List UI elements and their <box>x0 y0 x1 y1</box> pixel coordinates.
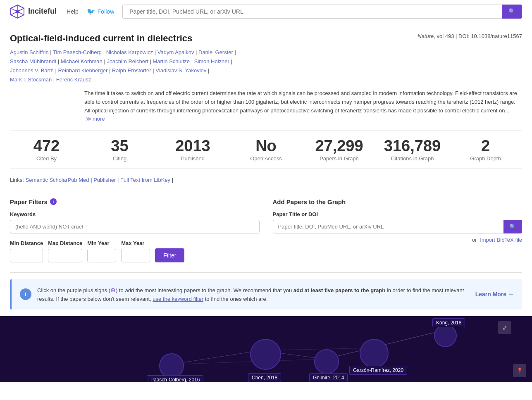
author-8[interactable]: Joachim Reichert <box>107 58 148 64</box>
graph-label-2: Chen, 2018 <box>248 373 281 382</box>
add-papers-search-icon: 🔍 <box>509 224 516 230</box>
follow-label: Follow <box>98 8 114 15</box>
semantic-scholar-link[interactable]: Semantic ScholarPub Med <box>26 177 89 183</box>
add-papers-input-row: 🔍 <box>273 220 522 233</box>
stat-graph-depth: 2 Graph Depth <box>449 137 522 162</box>
stat-cited-by-label: Cited By <box>36 155 57 162</box>
stats-row: 472 Cited By 35 Citing 2013 Published No… <box>10 130 522 169</box>
publisher-link[interactable]: Publisher <box>93 177 116 183</box>
graph-node-5[interactable] <box>434 324 457 347</box>
info-text-before: Click on the purple plus signs ( <box>37 287 110 293</box>
graph-node-3[interactable] <box>314 349 339 374</box>
author-6[interactable]: Sascha Mühlbrandt <box>10 58 56 64</box>
stat-papers-label: Papers in Graph <box>320 155 359 162</box>
logo-icon <box>10 4 25 19</box>
add-papers-input-label: Paper Title or DOI <box>273 211 522 217</box>
logo[interactable]: Inciteful <box>10 4 57 19</box>
filter-button[interactable]: Filter <box>155 248 184 262</box>
stat-open-access-label: Open Access <box>250 155 282 162</box>
min-distance-group: Min Distance <box>10 240 43 262</box>
author-9[interactable]: Martin Schultze <box>153 58 190 64</box>
add-papers-panel: Add Papers to the Graph Paper Title or D… <box>273 198 522 262</box>
divider <box>10 190 522 190</box>
expand-icon[interactable]: ⤢ <box>498 321 511 334</box>
search-bar: 🔍 <box>122 5 522 19</box>
min-year-input[interactable]: 2015 <box>87 249 116 262</box>
stat-citing-number: 35 <box>83 137 156 155</box>
help-link[interactable]: Help <box>67 8 79 15</box>
graph-node-2[interactable] <box>250 339 281 370</box>
author-4[interactable]: Vadym Apalkov <box>157 49 194 55</box>
author-3[interactable]: Nicholas Karpowicz <box>106 49 153 55</box>
learn-more-link[interactable]: Learn More → <box>475 291 514 298</box>
add-papers-input[interactable] <box>273 220 504 233</box>
keyword-filter-link[interactable]: use the keyword filter <box>153 296 203 302</box>
stat-citations-number: 316,789 <box>376 137 449 155</box>
stat-citations-label: Citations in Graph <box>391 155 434 162</box>
author-15[interactable]: Mark I. Stockman <box>10 76 52 83</box>
filter-controls-row: Min Distance Max Distance Min Year 2015 <box>10 240 260 262</box>
svg-line-5 <box>170 350 260 364</box>
paper-authors-col: Optical-field-induced current in dielect… <box>10 33 409 84</box>
graph-node-4[interactable] <box>360 339 389 368</box>
stat-papers-in-graph: 27,299 Papers in Graph <box>303 137 376 162</box>
stat-depth-number: 2 <box>449 137 522 155</box>
info-banner-text: Click on the purple plus signs (⊕) to ad… <box>37 285 465 304</box>
author-2[interactable]: Tim Paasch-Colberg <box>53 49 102 55</box>
keywords-input[interactable] <box>10 220 260 233</box>
max-distance-label: Max Distance <box>48 240 82 246</box>
info-icon-circle: i <box>20 288 31 300</box>
graph-area: Paasch-Colberg, 2016 Chen, 2018 Ghimire,… <box>0 316 532 382</box>
journal-volume: vol 493 <box>437 33 454 39</box>
max-distance-select[interactable] <box>48 249 82 262</box>
full-text-link[interactable]: Full Text from LibKey <box>120 177 170 183</box>
info-banner-wrapper: i Click on the purple plus signs (⊕) to … <box>0 273 532 316</box>
stat-depth-label: Graph Depth <box>470 155 501 162</box>
more-label: more <box>93 116 105 122</box>
min-year-label: Min Year <box>87 240 116 246</box>
min-distance-select[interactable] <box>10 249 43 262</box>
add-papers-search-button[interactable]: 🔍 <box>503 220 522 233</box>
stat-citations-in-graph: 316,789 Citations in Graph <box>376 137 449 162</box>
author-16[interactable]: Ferenc Krausz <box>56 76 91 83</box>
search-input[interactable] <box>122 5 502 19</box>
author-10[interactable]: Simon Holzner <box>194 58 229 64</box>
abstract-text: The time it takes to switch on and off e… <box>84 90 517 114</box>
more-link[interactable]: ≫ more <box>86 116 105 122</box>
min-distance-label: Min Distance <box>10 240 43 246</box>
graph-label-1: Paasch-Colberg, 2016 <box>147 375 203 382</box>
links-label: Links: <box>10 177 24 183</box>
author-5[interactable]: Daniel Gerster <box>198 49 233 55</box>
max-year-input[interactable]: 2015 <box>121 249 150 262</box>
filters-title: Paper Filters i <box>10 198 260 205</box>
info-banner: i Click on the purple plus signs (⊕) to … <box>10 279 522 310</box>
info-text-mid: ) to add the most interesting papers to … <box>116 287 293 293</box>
stat-published-label: Published <box>181 155 205 162</box>
author-13[interactable]: Ralph Ernstorfer <box>112 67 151 74</box>
graph-label-4: Garzón-Ramírez, 2020 <box>349 366 407 375</box>
author-12[interactable]: Reinhard Kienberger <box>58 67 107 74</box>
follow-link[interactable]: 🐦 Follow <box>87 7 114 15</box>
stat-citing: 35 Citing <box>83 137 156 162</box>
stat-citing-label: Citing <box>113 155 126 162</box>
search-button[interactable]: 🔍 <box>502 5 522 19</box>
stat-cited-by: 472 Cited By <box>10 137 83 162</box>
author-11[interactable]: Johannes V. Barth <box>10 67 54 74</box>
svg-line-9 <box>170 359 324 364</box>
stat-open-access: No Open Access <box>229 137 303 162</box>
paper-filters-panel: Paper Filters i Keywords Min Distance Ma… <box>10 198 260 262</box>
paper-header: Optical-field-induced current in dielect… <box>10 33 522 84</box>
twitter-icon: 🐦 <box>87 7 95 15</box>
journal-info: Nature, vol 493 | DOI: 10.1038/nature115… <box>417 33 522 39</box>
abstract-container: The time it takes to switch on and off e… <box>84 89 522 121</box>
stat-published: 2013 Published <box>156 137 229 162</box>
author-14[interactable]: Vladislav S. Yakovlev <box>155 67 206 74</box>
paper-doi: DOI: 10.1038/nature11567 <box>458 33 522 39</box>
stat-papers-number: 27,299 <box>303 137 376 155</box>
author-1[interactable]: Agustin Schiffrin <box>10 49 49 55</box>
location-icon[interactable]: 📍 <box>513 364 526 377</box>
info-plus-symbol: ⊕ <box>110 286 116 293</box>
author-7[interactable]: Michael Korbman <box>61 58 103 64</box>
bibtex-link[interactable]: Import BibTeX file <box>480 237 522 243</box>
graph-node-1[interactable] <box>159 353 184 378</box>
